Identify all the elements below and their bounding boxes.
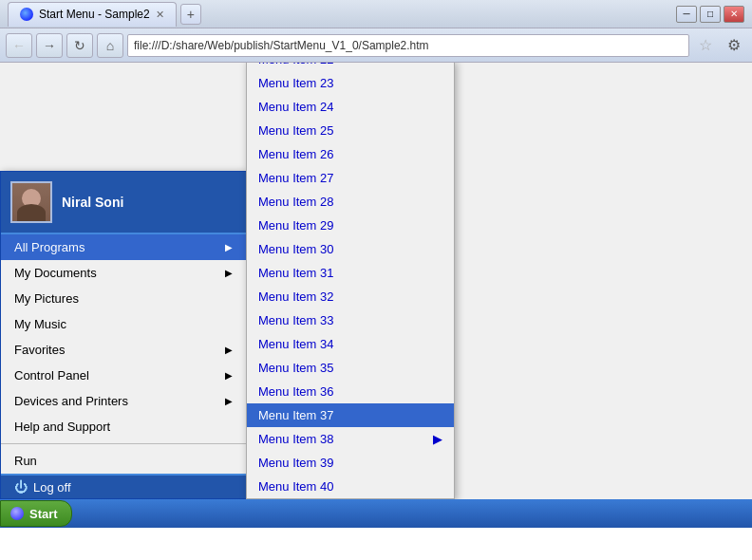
submenu-item-25[interactable]: Menu Item 25 xyxy=(247,119,454,142)
submenu-item-33[interactable]: Menu Item 33 xyxy=(247,308,454,332)
maximize-button[interactable]: □ xyxy=(700,6,721,23)
submenu-item-26[interactable]: Menu Item 26 xyxy=(247,142,454,166)
forward-button[interactable]: → xyxy=(36,33,63,58)
submenu-panel: Menu Item 18 Menu Item 19 Menu Item 20 M… xyxy=(246,63,455,499)
back-button[interactable]: ← xyxy=(6,33,32,58)
start-menu: Niral Soni All Programs ▶ My Documents ▶… xyxy=(0,171,247,499)
menu-item-all-programs[interactable]: All Programs ▶ xyxy=(1,234,246,260)
submenu-item-23[interactable]: Menu Item 23 xyxy=(247,71,454,95)
submenu-item-32[interactable]: Menu Item 32 xyxy=(247,285,454,308)
submenu-item-30[interactable]: Menu Item 30 xyxy=(247,237,454,261)
tab-title: Start Menu - Sample2 xyxy=(39,8,150,21)
menu-item-devices-printers[interactable]: Devices and Printers ▶ xyxy=(1,388,246,414)
submenu-item-28[interactable]: Menu Item 28 xyxy=(247,190,454,214)
submenu-item-40[interactable]: Menu Item 40 xyxy=(247,475,454,498)
taskbar: Start xyxy=(0,499,752,528)
submenu-arrow: ▶ xyxy=(225,242,233,252)
menu-item-run[interactable]: Run xyxy=(1,448,246,474)
menu-item-label: My Pictures xyxy=(14,291,79,306)
menu-separator xyxy=(1,443,246,444)
menu-item-label: Favorites xyxy=(14,343,65,357)
browser-titlebar: Start Menu - Sample2 ✕ + ─ □ ✕ xyxy=(0,0,752,28)
menu-item-label: Control Panel xyxy=(14,368,89,383)
menu-item-label: My Documents xyxy=(14,266,97,280)
start-button[interactable]: Start xyxy=(0,500,72,527)
submenu-item-34[interactable]: Menu Item 34 xyxy=(247,332,454,356)
address-bar[interactable]: file:///D:/share/Web/publish/StartMenu_V… xyxy=(127,34,689,57)
close-button[interactable]: ✕ xyxy=(724,6,744,23)
tab-close-button[interactable]: ✕ xyxy=(156,9,164,21)
submenu-item-37[interactable]: Menu Item 37 xyxy=(247,403,454,427)
tab-favicon xyxy=(20,8,33,21)
submenu-item-38[interactable]: Menu Item 38 ▶ xyxy=(247,427,454,451)
start-menu-footer: ⏻ Log off xyxy=(1,474,246,498)
menu-item-label: My Music xyxy=(14,317,66,331)
submenu-item-24[interactable]: Menu Item 24 xyxy=(247,95,454,119)
submenu-arrow: ▶ xyxy=(225,268,233,278)
tab-bar: Start Menu - Sample2 ✕ + xyxy=(8,2,201,27)
home-button[interactable]: ⌂ xyxy=(97,33,123,58)
url-text: file:///D:/share/Web/publish/StartMenu_V… xyxy=(134,39,429,52)
submenu-arrow: ▶ xyxy=(225,345,233,355)
navigation-bar: ← → ↻ ⌂ file:///D:/share/Web/publish/Sta… xyxy=(0,28,752,63)
logoff-button[interactable]: Log off xyxy=(33,480,71,495)
menu-item-my-pictures[interactable]: My Pictures xyxy=(1,286,246,311)
minimize-button[interactable]: ─ xyxy=(676,6,697,23)
menu-item-control-panel[interactable]: Control Panel ▶ xyxy=(1,363,246,388)
submenu-arrow: ▶ xyxy=(225,396,233,406)
favorites-button[interactable]: ☆ xyxy=(693,33,718,58)
browser-tab[interactable]: Start Menu - Sample2 ✕ xyxy=(8,2,177,27)
submenu-scroll-area[interactable]: Menu Item 18 Menu Item 19 Menu Item 20 M… xyxy=(247,63,454,498)
start-menu-items: All Programs ▶ My Documents ▶ My Picture… xyxy=(1,234,246,474)
menu-item-label: All Programs xyxy=(14,240,85,254)
avatar-image xyxy=(12,183,50,221)
submenu-arrow: ▶ xyxy=(433,432,442,446)
start-label: Start xyxy=(29,507,58,521)
submenu-arrow: ▶ xyxy=(225,370,233,381)
submenu-item-22[interactable]: Menu Item 22 xyxy=(247,63,454,71)
submenu-item-35[interactable]: Menu Item 35 xyxy=(247,356,454,380)
menu-item-label: Run xyxy=(14,454,37,468)
submenu-item-36[interactable]: Menu Item 36 xyxy=(247,380,454,403)
refresh-button[interactable]: ↻ xyxy=(66,33,93,58)
menu-item-label: Devices and Printers xyxy=(14,394,128,408)
submenu-item-31[interactable]: Menu Item 31 xyxy=(247,261,454,285)
window-controls: ─ □ ✕ xyxy=(676,6,744,23)
content-area: NIRAL SONI Niral Soni All Programs ▶ My … xyxy=(0,63,752,528)
menu-item-my-documents[interactable]: My Documents ▶ xyxy=(1,260,246,286)
start-orb-icon xyxy=(10,507,24,520)
menu-item-my-music[interactable]: My Music xyxy=(1,311,246,337)
submenu-item-27[interactable]: Menu Item 27 xyxy=(247,166,454,190)
submenu-item-29[interactable]: Menu Item 29 xyxy=(247,214,454,237)
menu-item-favorites[interactable]: Favorites ▶ xyxy=(1,337,246,363)
tools-button[interactable]: ⚙ xyxy=(722,33,746,58)
new-tab-button[interactable]: + xyxy=(180,4,201,25)
start-menu-header: Niral Soni xyxy=(1,172,246,234)
user-name: Niral Soni xyxy=(62,195,123,210)
submenu-item-39[interactable]: Menu Item 39 xyxy=(247,451,454,475)
logoff-icon: ⏻ xyxy=(14,479,28,495)
menu-item-help-support[interactable]: Help and Support xyxy=(1,414,246,439)
menu-item-label: Help and Support xyxy=(14,420,110,434)
user-avatar xyxy=(10,181,52,223)
